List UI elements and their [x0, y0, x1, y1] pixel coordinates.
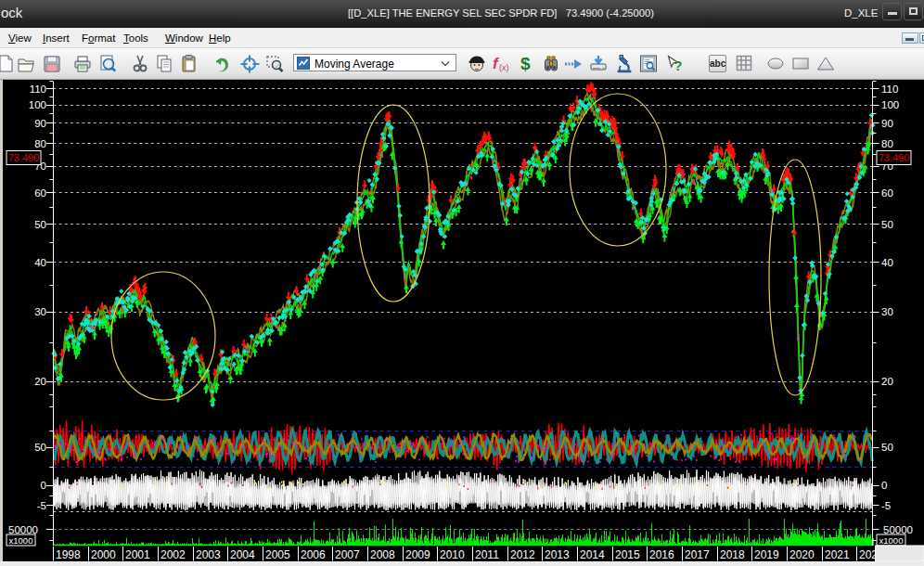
svg-text:2015: 2015 — [615, 548, 640, 561]
svg-text:110: 110 — [30, 84, 46, 95]
svg-text:2012: 2012 — [510, 548, 535, 561]
svg-text:2001: 2001 — [125, 548, 150, 561]
svg-text:50: 50 — [881, 442, 893, 453]
svg-text:73.490: 73.490 — [8, 152, 40, 163]
svg-text:60: 60 — [34, 187, 46, 199]
svg-text:1998: 1998 — [56, 548, 81, 561]
svg-text:2007: 2007 — [335, 548, 360, 561]
svg-text:2000: 2000 — [91, 548, 116, 561]
svg-text:2021: 2021 — [825, 548, 850, 561]
svg-text:50: 50 — [881, 219, 893, 230]
svg-text:2016: 2016 — [649, 548, 674, 561]
svg-text:?: ? — [674, 58, 683, 73]
svg-text:50000: 50000 — [8, 524, 38, 535]
svg-text:2005: 2005 — [265, 548, 290, 561]
svg-text:2008: 2008 — [370, 548, 395, 561]
svg-text:20: 20 — [881, 376, 893, 387]
svg-text:2010: 2010 — [440, 548, 465, 561]
svg-text:2017: 2017 — [685, 548, 710, 561]
svg-text:-5: -5 — [37, 500, 46, 511]
svg-text:2009: 2009 — [405, 548, 430, 561]
svg-text:-5: -5 — [881, 500, 891, 511]
svg-text:60: 60 — [881, 187, 893, 199]
svg-text:80: 80 — [34, 138, 46, 149]
svg-text:2004: 2004 — [230, 548, 255, 561]
svg-text:2014: 2014 — [580, 548, 605, 561]
svg-text:2018: 2018 — [720, 548, 745, 561]
svg-text:2019: 2019 — [754, 548, 779, 561]
svg-text:2002: 2002 — [160, 548, 186, 561]
svg-text:80: 80 — [881, 138, 893, 149]
svg-text:100: 100 — [29, 99, 46, 110]
svg-text:0: 0 — [41, 480, 46, 491]
svg-text:50000: 50000 — [883, 524, 913, 535]
svg-text:2003: 2003 — [196, 548, 221, 561]
svg-text:(x): (x) — [499, 63, 509, 72]
svg-text:40: 40 — [34, 257, 46, 268]
svg-text:73.490: 73.490 — [879, 152, 910, 163]
svg-text:90: 90 — [881, 118, 893, 129]
svg-text:110: 110 — [881, 84, 898, 95]
svg-text:30: 30 — [881, 306, 893, 317]
svg-text:0: 0 — [881, 480, 887, 491]
svg-text:30: 30 — [34, 306, 46, 317]
svg-text:40: 40 — [881, 257, 893, 268]
svg-text:x1000: x1000 — [879, 535, 904, 546]
svg-text:90: 90 — [34, 118, 46, 129]
svg-text:100: 100 — [881, 99, 899, 110]
svg-text:2020: 2020 — [789, 548, 815, 561]
svg-text:x1000: x1000 — [9, 535, 33, 546]
svg-text:50: 50 — [34, 219, 46, 230]
svg-text:50: 50 — [34, 442, 46, 453]
svg-text:$: $ — [520, 54, 531, 73]
svg-text:2013: 2013 — [545, 548, 570, 561]
svg-text:2011: 2011 — [475, 548, 499, 561]
svg-text:20: 20 — [34, 376, 46, 387]
svg-text:2006: 2006 — [301, 548, 326, 561]
